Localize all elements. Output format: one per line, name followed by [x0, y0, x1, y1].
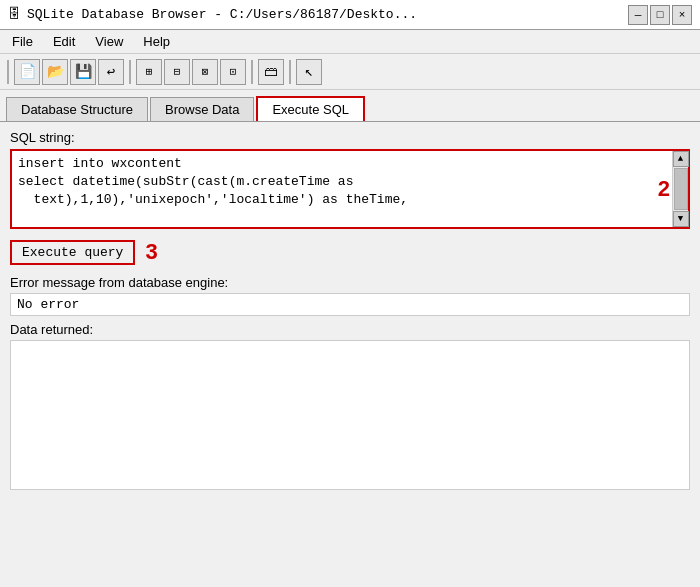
tabs-bar: Database Structure Browse Data Execute S… [0, 90, 700, 122]
scroll-up-arrow[interactable]: ▲ [673, 151, 689, 167]
sql-input-container: insert into wxcontent select datetime(su… [10, 149, 690, 229]
tab-execute-sql[interactable]: Execute SQL [256, 96, 365, 121]
annotation-3: 3 [145, 239, 157, 265]
close-button[interactable]: × [672, 5, 692, 25]
toolbar-open-btn[interactable]: 📂 [42, 59, 68, 85]
sql-label: SQL string: [10, 130, 690, 145]
execute-btn-row: Execute query 3 [10, 239, 690, 265]
tab-browse-data[interactable]: Browse Data [150, 97, 254, 121]
toolbar-cursor-btn[interactable]: ↖ [296, 59, 322, 85]
annotation-2: 2 [658, 176, 670, 202]
toolbar-db-btn[interactable]: 🗃 [258, 59, 284, 85]
toolbar-table3-btn[interactable]: ⊠ [192, 59, 218, 85]
title-bar-controls: — □ × [628, 5, 692, 25]
sql-scrollbar[interactable]: ▲ ▼ [672, 151, 688, 227]
error-section: Error message from database engine: No e… [10, 275, 690, 316]
error-value: No error [10, 293, 690, 316]
toolbar-table1-btn[interactable]: ⊞ [136, 59, 162, 85]
menu-help[interactable]: Help [135, 32, 178, 51]
toolbar-separator-2 [129, 60, 131, 84]
execute-query-button[interactable]: Execute query [10, 240, 135, 265]
error-label: Error message from database engine: [10, 275, 690, 290]
window-title: SQLite Database Browser - C:/Users/86187… [27, 7, 417, 22]
toolbar-undo-btn[interactable]: ↩ [98, 59, 124, 85]
main-content: SQL string: insert into wxcontent select… [0, 122, 700, 587]
data-returned-area [10, 340, 690, 490]
scroll-down-arrow[interactable]: ▼ [673, 211, 689, 227]
app-icon: 🗄 [8, 7, 21, 22]
scroll-thumb[interactable] [674, 168, 688, 210]
toolbar-separator-1 [7, 60, 9, 84]
maximize-button[interactable]: □ [650, 5, 670, 25]
menu-bar: File Edit View Help [0, 30, 700, 54]
tab-database-structure[interactable]: Database Structure [6, 97, 148, 121]
menu-file[interactable]: File [4, 32, 41, 51]
toolbar: 📄 📂 💾 ↩ ⊞ ⊟ ⊠ ⊡ 🗃 ↖ [0, 54, 700, 90]
toolbar-save-btn[interactable]: 💾 [70, 59, 96, 85]
title-bar-left: 🗄 SQLite Database Browser - C:/Users/861… [8, 7, 417, 22]
toolbar-separator-3 [251, 60, 253, 84]
menu-edit[interactable]: Edit [45, 32, 83, 51]
toolbar-new-btn[interactable]: 📄 [14, 59, 40, 85]
toolbar-table2-btn[interactable]: ⊟ [164, 59, 190, 85]
menu-view[interactable]: View [87, 32, 131, 51]
data-returned-label: Data returned: [10, 322, 690, 337]
toolbar-table4-btn[interactable]: ⊡ [220, 59, 246, 85]
data-returned-section: Data returned: [10, 322, 690, 490]
sql-input-wrapper: insert into wxcontent select datetime(su… [10, 149, 690, 229]
title-bar: 🗄 SQLite Database Browser - C:/Users/861… [0, 0, 700, 30]
sql-textarea[interactable]: insert into wxcontent select datetime(su… [12, 151, 672, 227]
toolbar-separator-4 [289, 60, 291, 84]
minimize-button[interactable]: — [628, 5, 648, 25]
